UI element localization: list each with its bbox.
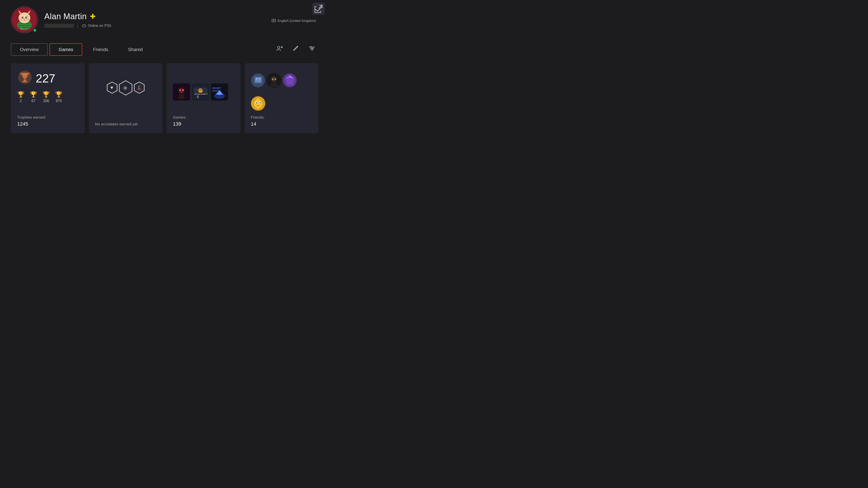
bronze-count: 970 [56, 99, 62, 103]
svg-text:2: 2 [197, 95, 199, 98]
platinum-count: 2 [20, 99, 22, 103]
edit-icon [292, 45, 299, 52]
profile-status-row: | Online on PS5 [44, 24, 111, 28]
add-friend-icon: + [276, 45, 283, 52]
tab-friends[interactable]: Friends [84, 43, 117, 56]
ps5-icon [82, 24, 86, 28]
svg-rect-44 [22, 81, 28, 82]
svg-point-54 [182, 89, 184, 91]
accolades-hexagons: ♥ ✳ 🎩 [101, 80, 151, 107]
trophies-earned-label: Trophies earned: [17, 115, 79, 121]
share-screenshot-button[interactable] [312, 3, 324, 15]
gold-count: 67 [31, 99, 35, 103]
friend-avatar-4 [251, 96, 266, 111]
games-thumbnails: SPELUNKY 2 🤠 ROCKET LEAGUE [173, 70, 234, 115]
silver-trophies: 🏆 206 [42, 91, 50, 103]
svg-point-52 [178, 88, 185, 94]
svg-rect-6 [18, 25, 31, 26]
username-hidden [44, 24, 74, 28]
svg-rect-5 [18, 23, 31, 24]
games-value: 139 [173, 121, 234, 127]
gold-trophies: 🏆 67 [30, 91, 37, 103]
svg-point-78 [275, 78, 276, 80]
svg-point-15 [23, 17, 23, 18]
language-icon [272, 19, 276, 23]
svg-point-91 [256, 98, 260, 101]
edit-button[interactable] [291, 44, 300, 53]
friends-label: Friends: [251, 115, 312, 121]
svg-point-90 [259, 102, 260, 103]
cards-grid: 227 🏆 2 🏆 67 🏆 206 🏆 970 [11, 63, 318, 133]
profile-info: Alan Martin ✚ | Online on PS5 [44, 12, 111, 28]
nav-actions: + [275, 44, 316, 53]
trophy-large-icon [17, 70, 33, 87]
svg-point-39 [311, 46, 312, 48]
nav-tabs: Overview Games Friends Shared [11, 43, 152, 56]
silver-icon: 🏆 [42, 91, 50, 98]
svg-text:⚙: ⚙ [272, 79, 274, 82]
svg-rect-24 [83, 25, 86, 27]
trophy-main: 227 [17, 70, 79, 87]
svg-rect-69 [256, 78, 258, 79]
games-footer: Games: 139 [173, 115, 234, 127]
svg-text:♥: ♥ [27, 15, 28, 18]
svg-text:♥: ♥ [110, 85, 113, 90]
profile-header: ♥ ⚓ Alan Martin ✚ | Online on PS5 [11, 6, 111, 33]
svg-text:🤠: 🤠 [199, 89, 203, 92]
separator: | [77, 24, 79, 28]
svg-text:✳: ✳ [123, 85, 128, 92]
svg-point-66 [218, 92, 221, 95]
language-display: English (United Kingdom) [272, 19, 316, 23]
accolades-visual: ♥ ✳ 🎩 [95, 70, 156, 117]
friend-avatar-1 [251, 73, 266, 88]
filter-icon [309, 45, 315, 52]
svg-rect-73 [258, 83, 259, 86]
svg-point-41 [311, 49, 313, 51]
trophies-footer: Trophies earned: 1245 [17, 115, 79, 127]
game-thumb-1 [173, 84, 190, 101]
games-card[interactable]: SPELUNKY 2 🤠 ROCKET LEAGUE [166, 63, 241, 133]
svg-point-17 [24, 19, 25, 20]
trophies-earned-value: 1245 [17, 121, 79, 127]
svg-point-30 [278, 46, 280, 48]
svg-rect-71 [255, 80, 261, 81]
svg-text:ROCKET: ROCKET [212, 87, 221, 89]
trophy-total-count: 227 [36, 72, 55, 85]
profile-name-row: Alan Martin ✚ [44, 12, 111, 21]
top-bar [312, 3, 324, 15]
game-thumb-rocket-league: ROCKET LEAGUE [211, 84, 228, 101]
svg-text:+: + [281, 46, 282, 48]
friend-avatar-2: ⚙ [267, 73, 281, 88]
friends-avatars: ⚙ [251, 70, 312, 115]
friend-avatar-3 [283, 73, 297, 88]
add-friend-button[interactable]: + [275, 44, 283, 53]
svg-text:🎩: 🎩 [136, 85, 143, 91]
svg-rect-43 [24, 79, 26, 81]
share-check-icon [314, 5, 322, 13]
svg-rect-70 [258, 78, 260, 79]
ps-plus-badge: ✚ [90, 12, 96, 20]
svg-point-8 [19, 12, 30, 23]
friends-card[interactable]: ⚙ [245, 63, 318, 133]
svg-rect-72 [257, 83, 258, 86]
friends-footer: Friends: 14 [251, 115, 312, 127]
accolades-card[interactable]: ♥ ✳ 🎩 No accolades earned yet [89, 63, 163, 133]
game-thumb-spelunky: SPELUNKY 2 🤠 [192, 84, 209, 101]
trophies-card[interactable]: 227 🏆 2 🏆 67 🏆 206 🏆 970 [11, 63, 85, 133]
no-accolades-label: No accolades earned yet [95, 121, 156, 127]
bronze-trophies: 🏆 970 [55, 91, 62, 103]
profile-name: Alan Martin [44, 12, 87, 21]
svg-rect-68 [254, 77, 262, 83]
online-indicator [33, 29, 37, 32]
avatar-container: ♥ ⚓ [11, 6, 38, 33]
svg-text:⚓: ⚓ [20, 27, 23, 30]
friends-value: 14 [251, 121, 312, 127]
filter-button[interactable] [308, 44, 316, 53]
language-label: English (United Kingdom) [278, 19, 316, 23]
games-label: Games: [173, 115, 234, 121]
tab-shared[interactable]: Shared [119, 43, 152, 56]
accolades-footer: No accolades earned yet [95, 121, 156, 127]
svg-point-40 [312, 48, 313, 49]
tab-overview[interactable]: Overview [11, 43, 48, 56]
tab-games[interactable]: Games [50, 43, 82, 56]
